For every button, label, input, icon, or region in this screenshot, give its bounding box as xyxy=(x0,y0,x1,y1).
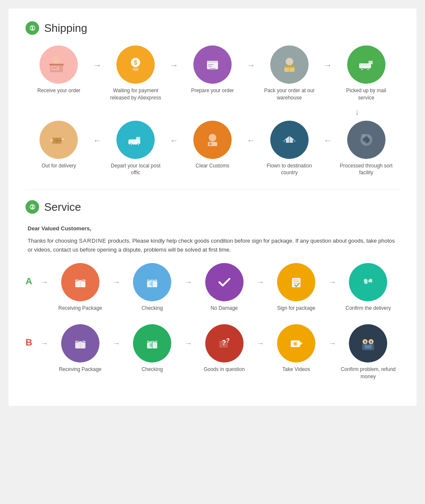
shipping-header: ① Shipping xyxy=(26,21,400,35)
goods-question-icon: ? ? xyxy=(205,324,244,362)
receiving-package-b-icon xyxy=(61,324,99,362)
svg-rect-33 xyxy=(51,139,53,141)
intro-body: Thanks for choosing SARDINE products. Pl… xyxy=(28,237,400,255)
svg-rect-37 xyxy=(136,137,140,140)
row-a-label: A xyxy=(26,263,36,287)
service-a-step-3: No Damage xyxy=(193,263,255,312)
svg-rect-45 xyxy=(209,143,212,145)
row-a: A → Receiving Package xyxy=(26,263,400,312)
pack-order-icon xyxy=(270,45,309,84)
svg-point-69 xyxy=(364,279,367,282)
svg-point-86 xyxy=(294,343,297,345)
shipping-step-8-label: Clear Customs xyxy=(196,162,229,170)
local-post-icon xyxy=(116,121,155,159)
svg-point-26 xyxy=(361,69,363,70)
service-a-step-4: Sign for package xyxy=(265,263,327,312)
service-b-step-5: $ $ Confirm problem, refund money xyxy=(337,324,400,380)
svg-rect-14 xyxy=(208,66,212,67)
svg-point-39 xyxy=(131,144,132,145)
prepare-order-icon xyxy=(193,45,232,84)
row-b-arrow-1: → xyxy=(112,324,120,348)
svg-rect-34 xyxy=(62,139,64,140)
shipping-step-5: Picked up by mail service xyxy=(333,45,400,102)
row-b-arrow-3: → xyxy=(256,324,264,348)
shipping-step-10-label: Processed through sort facility xyxy=(339,162,394,177)
svg-rect-5 xyxy=(52,68,57,69)
shipping-row1: Receive your order → $ Waiting for payme… xyxy=(26,45,400,102)
row-b-arrow-4: → xyxy=(329,324,336,348)
shipping-step-3-label: Prepare your order xyxy=(191,87,234,94)
svg-text:$: $ xyxy=(370,340,372,344)
svg-rect-94 xyxy=(365,345,371,348)
payment-icon: $ xyxy=(116,45,155,84)
svg-point-52 xyxy=(368,135,371,139)
svg-point-2 xyxy=(53,56,60,64)
service-a-step-2-label: Checking xyxy=(142,305,163,312)
row-a-arrow-start: → xyxy=(40,263,48,287)
receiving-package-icon xyxy=(61,263,99,301)
service-section: ② Service Dear Valued Customers, Thanks … xyxy=(26,200,400,380)
shipping-title: Shipping xyxy=(44,22,87,35)
row-b-arrow-2: → xyxy=(184,324,192,348)
shipping-step-4: Pack your order at our warehouse xyxy=(256,45,323,102)
shipping-flow: Receive your order → $ Waiting for payme… xyxy=(26,45,400,176)
row-b: B → Receving Package → xyxy=(26,324,400,380)
shipping-step-7: Depart your local post offic xyxy=(102,121,169,177)
svg-point-41 xyxy=(138,144,139,145)
service-row-b: B → Receving Package → xyxy=(26,324,400,380)
shipping-step-2: $ Waiting for payment released by Aliexp… xyxy=(102,45,169,102)
service-a-step-3-label: No Damage xyxy=(211,305,238,312)
down-arrow-container: ↓ xyxy=(26,106,400,119)
row-a-arrow-2: → xyxy=(184,263,192,287)
service-b-step-5-label: Confirm problem, refund money xyxy=(340,366,396,380)
arrow-10-9: ← xyxy=(323,121,332,145)
shipping-step-10: Processed through sort facility xyxy=(333,121,400,177)
svg-rect-65 xyxy=(293,280,299,280)
shipping-step-7-label: Depart your local post offic xyxy=(108,162,163,177)
intro-bold: Dear Valued Customers, xyxy=(28,225,91,232)
delivery-icon xyxy=(40,121,78,159)
shipping-step-1: Receive your order xyxy=(26,45,92,94)
shipping-step-4-label: Pack your order at our warehouse xyxy=(262,87,317,102)
row-b-arrow-start: → xyxy=(40,324,48,348)
svg-rect-78 xyxy=(150,343,152,347)
svg-point-70 xyxy=(369,279,372,282)
take-videos-icon xyxy=(277,324,315,362)
service-row-a: A → Receiving Package xyxy=(26,263,400,312)
arrow-9-8: ← xyxy=(246,121,255,145)
service-b-step-2: Checking xyxy=(121,324,183,373)
svg-rect-24 xyxy=(368,61,373,64)
receive-order-icon xyxy=(40,45,78,84)
svg-rect-15 xyxy=(210,68,215,70)
shipping-number: ① xyxy=(26,21,39,35)
shipping-step-2-label: Waiting for payment released by Aliexpre… xyxy=(108,87,163,102)
service-b-step-4: Take Videos xyxy=(265,324,327,373)
shipping-step-1-label: Receive your order xyxy=(37,87,80,94)
service-title: Service xyxy=(44,201,81,214)
checking-b-icon xyxy=(133,324,171,362)
svg-text:$: $ xyxy=(134,59,137,66)
customs-icon xyxy=(193,121,232,159)
svg-point-53 xyxy=(363,141,366,144)
no-damage-icon xyxy=(205,263,244,301)
main-page: ① Shipping Receive your order xyxy=(8,8,416,406)
service-b-step-4-label: Take Videos xyxy=(282,366,310,373)
sort-facility-icon xyxy=(347,121,385,159)
shipping-step-8: Clear Customs xyxy=(179,121,246,170)
svg-rect-4 xyxy=(52,67,58,68)
svg-point-62 xyxy=(214,272,235,293)
shipping-step-9: Flown to destination country xyxy=(256,121,323,177)
arrow-3-4: → xyxy=(246,45,255,70)
service-intro: Dear Valued Customers, Thanks for choosi… xyxy=(26,224,400,254)
svg-point-43 xyxy=(209,134,216,142)
arrow-7-6: ← xyxy=(93,121,102,145)
flight-icon xyxy=(270,121,309,159)
row-a-arrow-3: → xyxy=(256,263,264,287)
svg-point-51 xyxy=(361,134,366,138)
svg-rect-1 xyxy=(49,64,64,65)
shipping-step-6-label: Out for delivery xyxy=(42,162,76,170)
arrow-8-7: ← xyxy=(170,121,178,145)
service-b-step-3-label: Goods in question xyxy=(204,366,245,373)
svg-point-88 xyxy=(357,333,379,354)
shipping-step-3: Prepare your order xyxy=(179,45,246,94)
